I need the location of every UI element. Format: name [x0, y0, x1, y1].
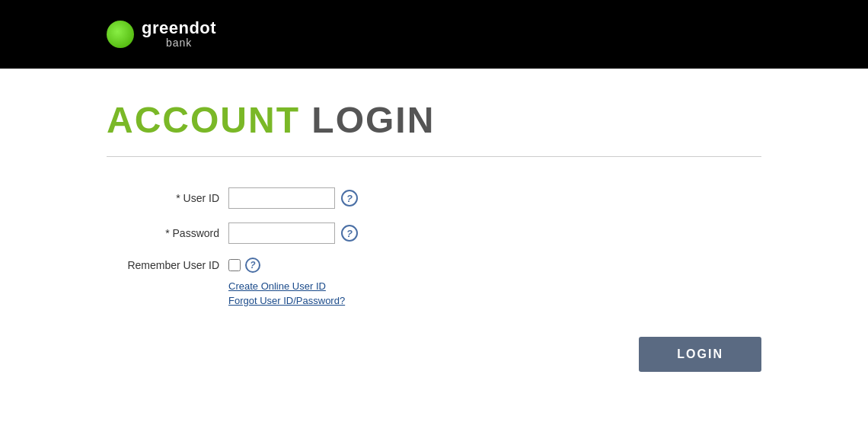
user-id-row: * User ID ? [107, 187, 761, 209]
user-id-input[interactable] [228, 187, 335, 209]
logo-bank: bank [142, 37, 216, 49]
logo: greendot bank [107, 19, 216, 50]
remember-checkbox[interactable] [228, 259, 241, 271]
password-row: * Password ? [107, 222, 761, 244]
title-account: ACCOUNT [107, 100, 300, 140]
remember-help-icon[interactable]: ? [245, 258, 260, 273]
logo-text: greendot bank [142, 19, 216, 50]
title-login-text: LOGIN [311, 100, 435, 140]
user-id-help-icon[interactable]: ? [341, 190, 358, 206]
header: greendot bank [0, 0, 868, 69]
links-section: Create Online User ID Forgot User ID/Pas… [228, 280, 761, 306]
password-input[interactable] [228, 222, 335, 244]
login-button-area: LOGIN [107, 337, 761, 372]
login-button[interactable]: LOGIN [639, 337, 761, 372]
password-label: * Password [107, 227, 228, 239]
remember-row: Remember User ID ? [107, 258, 761, 273]
main-content: ACCOUNT LOGIN * User ID ? * Password ? R… [0, 69, 868, 402]
forgot-password-link[interactable]: Forgot User ID/Password? [228, 295, 345, 306]
page-title: ACCOUNT LOGIN [107, 99, 761, 141]
user-id-label: * User ID [107, 192, 228, 204]
remember-label: Remember User ID [107, 259, 228, 271]
logo-icon [107, 21, 134, 48]
password-help-icon[interactable]: ? [341, 225, 358, 242]
create-user-id-link[interactable]: Create Online User ID [228, 280, 326, 292]
login-form: * User ID ? * Password ? Remember User I… [107, 187, 761, 306]
title-divider [107, 156, 761, 157]
logo-greendot: greendot [142, 19, 216, 37]
